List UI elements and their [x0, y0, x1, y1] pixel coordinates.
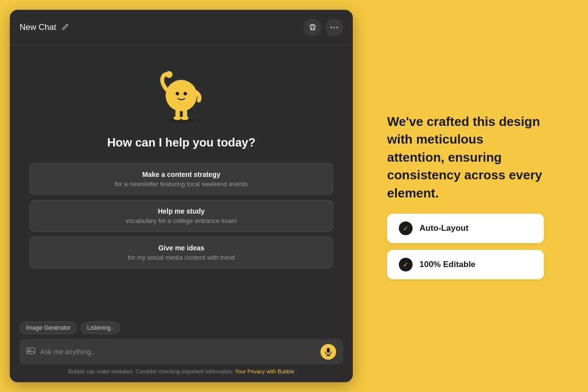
card-title-1: Make a content strategy [40, 171, 323, 178]
chat-header: New Chat [10, 10, 353, 46]
edit-icon[interactable] [61, 23, 69, 32]
mascot-icon [152, 60, 211, 124]
svg-point-0 [331, 27, 332, 28]
header-actions [304, 19, 343, 36]
chat-body: How can I help you today? Make a content… [10, 46, 353, 317]
card-subtitle-1: for a newsletter featuring local weekend… [40, 180, 323, 188]
svg-rect-12 [27, 348, 35, 354]
listening-tag[interactable]: Listening.. [81, 321, 121, 334]
suggestion-card-1[interactable]: Make a content strategy for a newsletter… [29, 163, 333, 195]
image-generator-tag[interactable]: Image Generator [20, 321, 77, 334]
feature-card-1: ✓ Auto-Layout [387, 214, 544, 243]
feature-cards: ✓ Auto-Layout ✓ 100% Editable [387, 214, 564, 279]
suggestion-card-2[interactable]: Help me study vocabulary for a college e… [29, 200, 333, 232]
feature-label-1: Auto-Layout [419, 223, 468, 233]
svg-point-5 [176, 92, 179, 96]
feature-card-2: ✓ 100% Editable [387, 250, 544, 279]
chat-input-row [20, 339, 343, 365]
disclaimer-text: Bubble can make mistakes. Consider check… [20, 368, 343, 374]
promo-description: We've crafted this design with meticulou… [387, 113, 544, 202]
svg-point-4 [166, 80, 197, 111]
svg-point-7 [166, 71, 172, 78]
feature-label-2: 100% Editable [419, 260, 475, 270]
suggestion-card-3[interactable]: Give me ideas for my social media conten… [29, 237, 333, 269]
card-subtitle-3: for my social media content with trend [40, 254, 323, 261]
chat-title: New Chat [20, 23, 56, 32]
card-subtitle-2: vocabulary for a college entrance exam [40, 217, 323, 224]
chat-input[interactable] [40, 348, 316, 356]
svg-point-1 [334, 27, 335, 28]
check-icon-1: ✓ [399, 221, 413, 235]
card-title-2: Help me study [40, 207, 323, 215]
card-title-3: Give me ideas [40, 244, 323, 252]
check-icon-2: ✓ [399, 258, 413, 271]
more-options-button[interactable] [325, 19, 343, 36]
svg-rect-14 [327, 348, 330, 353]
right-panel: We've crafted this design with meticulou… [363, 0, 588, 392]
header-left: New Chat [20, 23, 69, 32]
svg-point-10 [173, 116, 181, 120]
svg-point-11 [181, 116, 189, 120]
delete-button[interactable] [304, 19, 321, 36]
suggestion-cards: Make a content strategy for a newsletter… [29, 163, 333, 269]
svg-point-2 [337, 27, 338, 28]
chat-window: New Chat [10, 10, 353, 382]
tags-row: Image Generator Listening.. [20, 321, 343, 334]
chat-footer: Image Generator Listening.. [10, 317, 353, 382]
disclaimer-link[interactable]: Your Privacy with Bubble [235, 368, 294, 374]
greeting-text: How can I help you today? [107, 136, 256, 149]
mascot-container [152, 60, 211, 126]
image-attach-icon[interactable] [26, 346, 35, 357]
svg-point-6 [184, 92, 187, 96]
left-panel: New Chat [0, 0, 363, 392]
mic-button[interactable] [320, 344, 336, 360]
